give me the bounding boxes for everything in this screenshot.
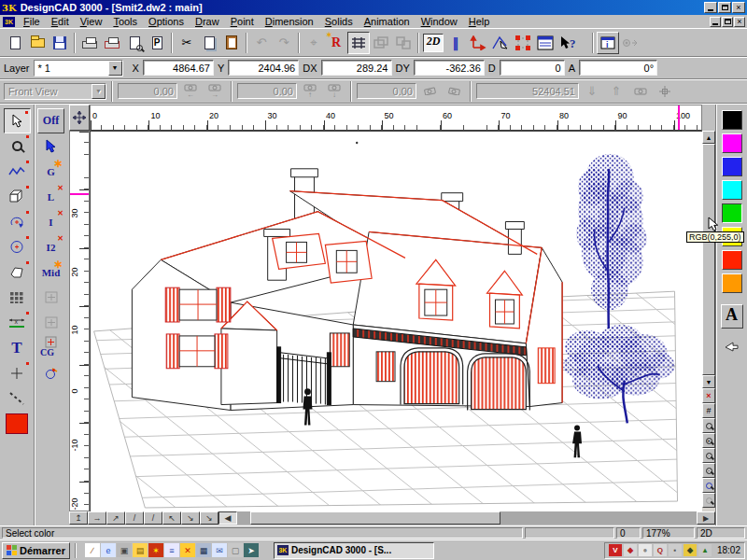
pan-x-field[interactable]: 0.00: [118, 83, 177, 99]
restore-button[interactable]: [718, 2, 731, 13]
vertex-edit-icon[interactable]: [489, 32, 512, 54]
snap-intersect2-button[interactable]: I2: [37, 234, 64, 259]
quick-launch-icon-iexplore[interactable]: e: [101, 543, 116, 557]
view-nav-1-icon[interactable]: ↥: [69, 511, 88, 525]
rotate-field[interactable]: 0.00: [357, 83, 416, 99]
snap-grid-button[interactable]: [37, 285, 64, 310]
task-button-designcad[interactable]: 3K DesignCAD 3000 - [S...: [274, 542, 434, 559]
horizontal-scrollbar[interactable]: [237, 511, 697, 525]
save-icon[interactable]: [49, 32, 71, 54]
minimize-button[interactable]: [704, 2, 717, 13]
dy-input[interactable]: -362.36: [414, 60, 485, 76]
vertical-scrollbar[interactable]: ▲ ▼ × # + · -: [702, 131, 715, 511]
quick-launch-icon-camera[interactable]: ▣: [117, 543, 132, 557]
selection-handles-icon[interactable]: [512, 32, 534, 54]
mdi-close-button[interactable]: ×: [734, 17, 745, 27]
current-color-swatch[interactable]: [4, 411, 31, 436]
camera-rotate-right-icon[interactable]: [443, 80, 465, 103]
color-swatch-orange[interactable]: [722, 273, 742, 293]
menu-item[interactable]: Solids: [319, 15, 359, 28]
tray-icon-updater[interactable]: ◆: [684, 544, 697, 556]
view-nav-3-icon[interactable]: ↗: [106, 511, 125, 525]
close-view-icon[interactable]: ×: [702, 388, 715, 403]
menu-item[interactable]: Draw: [190, 15, 225, 28]
copy-icon[interactable]: [198, 32, 220, 54]
info-window-icon[interactable]: i: [597, 32, 619, 54]
parallel-icon[interactable]: ∥: [444, 32, 467, 54]
quick-launch-icon-paint[interactable]: ✶: [148, 543, 163, 557]
camera-view-icon[interactable]: [629, 80, 652, 103]
print-options-icon[interactable]: [101, 32, 123, 54]
snap-point-button[interactable]: [37, 310, 64, 335]
menu-item[interactable]: Edit: [46, 15, 75, 28]
snap-intersect-button[interactable]: I: [37, 209, 64, 234]
2d-mode-icon[interactable]: 2D: [422, 32, 444, 54]
drawing-canvas[interactable]: [90, 131, 702, 511]
snap-cursor-icon[interactable]: [37, 133, 64, 159]
tray-icon-display[interactable]: ▪: [669, 544, 682, 556]
menu-item[interactable]: Window: [416, 15, 463, 28]
layer-manager-icon[interactable]: [370, 32, 392, 54]
print-icon[interactable]: [78, 32, 101, 54]
dx-input[interactable]: 289.24: [321, 60, 392, 76]
scroll-left-icon[interactable]: ◀: [218, 511, 237, 525]
quick-launch-icon-media[interactable]: ✕: [180, 543, 195, 557]
snap-tangent-button[interactable]: [37, 360, 64, 385]
menu-item[interactable]: Options: [143, 15, 190, 28]
hatch-toolbar-icon[interactable]: [347, 32, 370, 54]
text-tool-icon[interactable]: T: [4, 335, 31, 360]
close-button[interactable]: ×: [732, 2, 745, 13]
paste-icon[interactable]: [220, 32, 243, 54]
undo-icon[interactable]: ↶: [250, 32, 273, 54]
scroll-down-icon[interactable]: ▼: [702, 375, 715, 388]
menu-item[interactable]: Help: [463, 15, 496, 28]
axes-icon[interactable]: [467, 32, 489, 54]
new-icon[interactable]: [4, 32, 26, 54]
zoom-disabled-icon[interactable]: [702, 493, 715, 508]
camera-down-icon[interactable]: ↓: [323, 80, 345, 103]
quick-launch-icon-explorer[interactable]: ▤: [133, 543, 148, 557]
snap-midpoint-button[interactable]: Mid: [37, 259, 64, 285]
dimension-tool-icon[interactable]: x: [4, 310, 31, 335]
menu-item[interactable]: View: [75, 15, 108, 28]
select-tool-icon[interactable]: [4, 108, 31, 133]
menu-item[interactable]: Point: [225, 15, 260, 28]
snap-line-button[interactable]: L: [37, 184, 64, 209]
d-input[interactable]: 0: [500, 60, 565, 76]
layer-dropdown-arrow[interactable]: ▼: [108, 61, 122, 76]
zoom-tool-icon[interactable]: [4, 133, 31, 159]
camera-left-icon[interactable]: ←: [179, 80, 202, 103]
tray-icon-finder[interactable]: Q: [654, 544, 667, 556]
solid-box-tool-icon[interactable]: [4, 184, 31, 209]
quick-launch-icon-desktop[interactable]: ➤: [244, 543, 259, 557]
start-button[interactable]: Démarrer: [2, 542, 70, 559]
zoom-out-stack-icon[interactable]: ⇓: [581, 80, 603, 103]
scroll-right-icon[interactable]: ▶: [697, 511, 715, 525]
tray-icon-antivirus[interactable]: V: [609, 544, 622, 556]
circle-tool-icon[interactable]: [4, 234, 31, 259]
color-swatch-magenta[interactable]: [722, 133, 742, 153]
color-swatch-green[interactable]: [722, 203, 742, 223]
quick-launch-icon-docs[interactable]: ▢: [228, 543, 243, 557]
mdi-minimize-button[interactable]: [710, 17, 721, 27]
snap-off-button[interactable]: Off: [37, 108, 64, 133]
line-style-icon[interactable]: [4, 385, 31, 411]
menu-item[interactable]: Tools: [107, 15, 143, 28]
open-icon[interactable]: [26, 32, 49, 54]
group-icon[interactable]: [392, 32, 415, 54]
view-nav-6-icon[interactable]: ↖: [162, 511, 181, 525]
layer-combo[interactable]: * 1 ▼: [34, 60, 123, 77]
zoom-window-icon[interactable]: [702, 418, 715, 433]
document-icon[interactable]: 3K: [3, 17, 15, 27]
ruler-origin-button[interactable]: [69, 105, 90, 131]
zoom-previous-icon[interactable]: [702, 478, 715, 493]
camera-right-icon[interactable]: →: [204, 80, 226, 103]
vertical-ruler[interactable]: 3020100-10-20: [69, 131, 90, 511]
tray-icon-scheduler[interactable]: ◆: [624, 544, 637, 556]
quick-launch-icon-mail[interactable]: ✉: [212, 543, 227, 557]
quick-launch-icon-notes[interactable]: ∕: [85, 543, 100, 557]
camera-up-icon[interactable]: ↑: [299, 80, 321, 103]
rotate-tool-icon[interactable]: [4, 209, 31, 234]
tray-icon-volume[interactable]: ●: [639, 544, 652, 556]
x-input[interactable]: 4864.67: [143, 60, 214, 76]
